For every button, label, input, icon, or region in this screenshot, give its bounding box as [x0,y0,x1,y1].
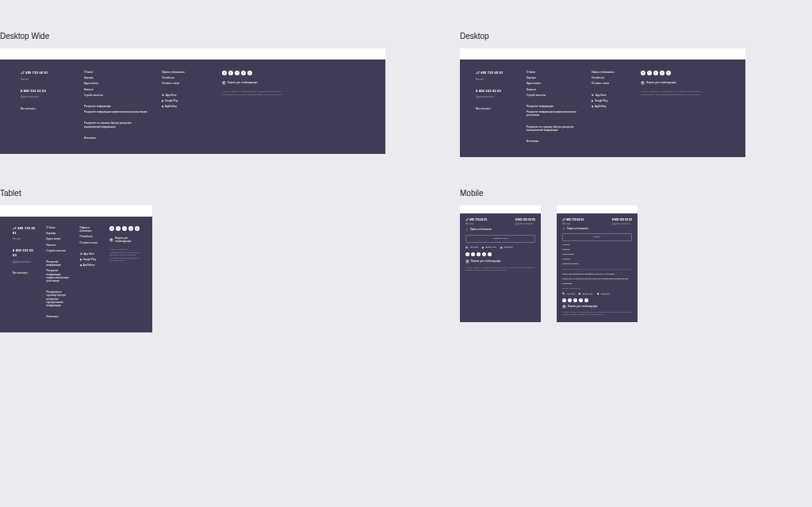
social-tw-icon[interactable]: t [653,71,658,75]
support-offices[interactable]: Офисы и банкоматы [80,226,98,232]
app-store-link[interactable]: ⌘App Store [592,94,630,97]
nav-about[interactable]: О банке [562,244,632,247]
nav-about[interactable]: О банке [47,226,69,229]
nav-social[interactable]: Служба качества [84,94,147,97]
all-contacts-link[interactable]: Все контакты [13,271,36,275]
call-button[interactable]: позвать [562,233,632,241]
support-chat[interactable]: Онлайн-чат [80,235,98,238]
nav-disclosure-center[interactable]: Раскрытие на странице Центра раскрытия к… [562,278,632,281]
support-feedback[interactable]: Оставить отзыв [80,241,98,244]
support-chat[interactable]: Онлайн-чат [592,76,630,79]
social-vk-icon[interactable]: w [641,71,645,75]
nav-disclosure-pro[interactable]: Раскрытие информации профессиональным уч… [562,273,632,276]
phone-free[interactable]: 8 800 333 03 03 [476,89,515,94]
phone-moscow[interactable]: +7 495 725 60 81 [13,226,36,235]
nav-news[interactable]: Новости [84,88,147,91]
nav-exchange[interactable]: Курсы валют [527,82,580,85]
nav-careers[interactable]: Карьера [47,232,69,235]
support-chat[interactable]: Онлайн-чат [162,76,208,79]
nav-news[interactable]: Новости [527,88,580,91]
social-yt-icon[interactable]: y [666,71,671,75]
social-fb-icon[interactable]: f [568,298,572,302]
google-play-link[interactable]: ▶Google Play [80,258,98,261]
nav-disclosure-pro[interactable]: Раскрытие информации профессиональным уч… [527,110,580,117]
nav-careers[interactable]: Карьера [562,248,632,252]
social-fb-icon[interactable]: f [228,71,233,75]
nav-disclosure[interactable]: Раскрытие информации [84,105,147,108]
social-fb-icon[interactable]: f [647,71,652,75]
social-vk-icon[interactable]: w [562,298,566,302]
google-play-link[interactable]: ▶Google Play [482,246,496,249]
google-play-link[interactable]: ▶Google Play [592,99,630,102]
nav-exchange[interactable]: Курсы валют [562,253,632,256]
nav-disclosure-pro[interactable]: Раскрытие информации профессиональным уч… [47,269,69,282]
nav-disclosure-pro[interactable]: Раскрытие информации профессиональным уч… [84,110,147,113]
phone-free[interactable]: 8 800 333 03 03 [13,248,36,257]
nav-disclosure[interactable]: Раскрытие информации [527,105,580,108]
social-ok-icon[interactable]: o [660,71,665,75]
social-yt-icon[interactable]: y [488,252,492,256]
accessibility-link[interactable]: ◉ Версия для слабовидящих [222,81,365,85]
support-feedback[interactable]: Оставить отзыв [162,82,208,85]
all-contacts-link[interactable]: Все контакты [476,107,515,110]
accessibility-link[interactable]: ◉ Версия для слабовидящих [562,305,632,309]
social-yt-icon[interactable]: y [135,226,140,231]
social-yt-icon[interactable]: y [584,298,588,302]
social-yt-icon[interactable]: y [247,71,252,75]
nav-disclosure[interactable]: Раскрытие информации [47,260,69,267]
social-tw-icon[interactable]: t [477,252,481,256]
nav-blog[interactable]: Интеллика [47,315,69,318]
nav-news[interactable]: Новости [562,258,632,261]
nav-about[interactable]: О банке [527,71,580,74]
social-fb-icon[interactable]: f [471,252,475,256]
nav-blog[interactable]: Интеллика [527,140,580,143]
app-store-link[interactable]: ⌘App Store [80,252,98,255]
nav-disclosure-center[interactable]: Раскрытие на странице Центра раскрытия к… [84,121,147,128]
nav-news[interactable]: Новости [47,244,69,247]
nav-social[interactable]: Служба качества [562,263,632,266]
nav-disclosure-center[interactable]: Раскрытие на странице Центра раскрытия к… [47,290,69,307]
phone-moscow[interactable]: +7 495 725 60 81 [21,71,70,75]
support-offices[interactable]: 📍 Офисы и банкоматы [465,229,535,232]
social-tw-icon[interactable]: t [235,71,239,75]
phone-free[interactable]: 8 800 333 03 03 [21,89,70,94]
feedback-button[interactable]: оставить отзыв [465,235,535,243]
google-play-link[interactable]: ▶Google Play [162,99,208,102]
google-play-link[interactable]: ▶Google Play [579,292,593,295]
social-tw-icon[interactable]: t [122,226,127,231]
nav-social[interactable]: Служба качества [47,249,69,252]
app-gallery-link[interactable]: ◆AppGallery [500,246,513,249]
app-gallery-link[interactable]: ◆AppGallery [597,292,610,295]
social-ok-icon[interactable]: o [128,226,133,231]
app-store-link[interactable]: ⌘App Store [562,292,575,295]
app-gallery-link[interactable]: ◆AppGallery [162,105,208,108]
nav-exchange[interactable]: Курсы валют [47,237,69,240]
phone-moscow[interactable]: +7 495 725 60 81 [476,71,515,75]
social-ok-icon[interactable]: o [241,71,246,75]
nav-social[interactable]: Служба качества [527,94,580,97]
social-fb-icon[interactable]: f [116,226,121,231]
accessibility-link[interactable]: ◉ Версия для слабовидящих [465,259,535,263]
app-store-link[interactable]: ⌘App Store [465,246,478,249]
social-ok-icon[interactable]: o [579,298,583,302]
social-vk-icon[interactable]: w [109,226,114,231]
app-store-link[interactable]: ⌘App Store [162,94,208,97]
social-tw-icon[interactable]: t [573,298,577,302]
nav-careers[interactable]: Карьера [527,76,580,79]
nav-blog[interactable]: Интеллика [84,136,147,140]
support-offices[interactable]: 📍 Офисы и банкоматы [562,228,632,231]
app-gallery-link[interactable]: ◆AppGallery [80,263,98,267]
support-feedback[interactable]: Оставить отзыв [592,82,630,85]
social-vk-icon[interactable]: w [465,252,469,256]
nav-exchange[interactable]: Курсы валют [84,82,147,85]
nav-about[interactable]: О банке [84,71,147,74]
nav-disclosure-center[interactable]: Раскрытие на странице Центра раскрытия к… [527,125,580,132]
accessibility-link[interactable]: ◉ Версия для слабовидящих [641,81,730,85]
app-gallery-link[interactable]: ◆AppGallery [592,105,630,108]
social-vk-icon[interactable]: w [222,71,227,75]
nav-careers[interactable]: Карьера [84,76,147,79]
support-offices[interactable]: Офисы и банкоматы [162,71,208,74]
social-ok-icon[interactable]: o [482,252,486,256]
support-offices[interactable]: Офисы и банкоматы [592,71,630,74]
accessibility-link[interactable]: ◉ Версия для слабовидящих [109,236,140,243]
